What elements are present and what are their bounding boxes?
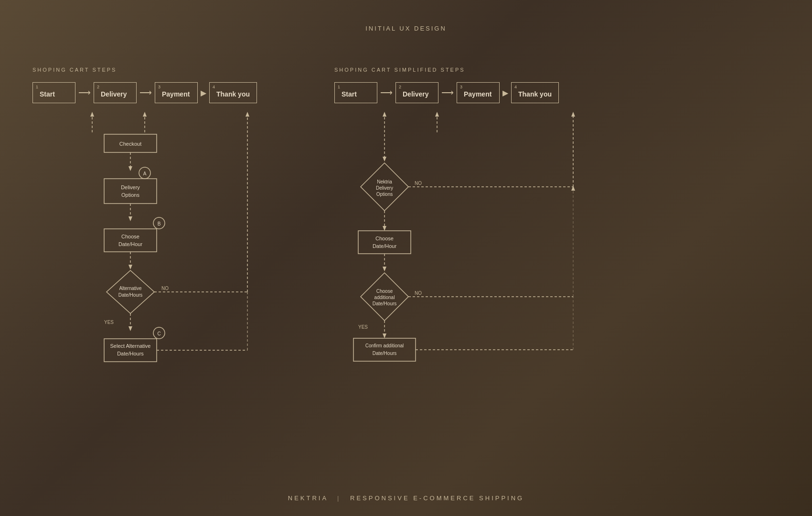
left-section-label: SHOPING CART STEPS	[32, 67, 310, 73]
svg-text:NO: NO	[415, 181, 422, 186]
svg-text:YES: YES	[358, 324, 368, 330]
svg-text:Date/Hours: Date/Hours	[373, 351, 397, 356]
svg-marker-1	[90, 112, 94, 117]
svg-rect-71	[353, 338, 416, 361]
right-flowchart: Nektria Delivery Options NO Choose Date/…	[334, 108, 659, 425]
left-flowchart: Checkout A Delivery Options B Choose Dat…	[32, 108, 310, 435]
svg-text:NO: NO	[415, 290, 422, 296]
svg-text:Options: Options	[376, 192, 393, 197]
svg-text:Nektria: Nektria	[377, 179, 392, 184]
footer-divider: |	[337, 494, 341, 502]
left-step-4: 4 Thank you	[209, 82, 257, 103]
svg-marker-21	[128, 265, 132, 269]
svg-marker-42	[435, 112, 439, 117]
svg-text:Date/Hour: Date/Hour	[118, 241, 142, 247]
svg-text:Choose: Choose	[121, 234, 139, 239]
svg-marker-54	[383, 226, 386, 231]
right-flowchart-svg: Nektria Delivery Options NO Choose Date/…	[334, 108, 659, 423]
svg-text:Checkout: Checkout	[119, 141, 141, 147]
footer: NEKTRIA | RESPONSIVE E-COMMERCE SHIPPING	[0, 494, 812, 502]
right-section: SHOPING CART SIMPLIFIED STEPS 1 Start ⟶ …	[334, 67, 659, 425]
svg-marker-52	[571, 112, 575, 117]
right-arrow-1-2: ⟶	[380, 87, 393, 98]
svg-text:Confirm additional: Confirm additional	[365, 343, 404, 348]
svg-text:Choose: Choose	[376, 289, 393, 294]
left-section: SHOPING CART STEPS 1 Start ⟶ 2 Delivery …	[32, 67, 310, 435]
left-step-3: 3 Payment	[155, 82, 198, 103]
svg-marker-3	[143, 112, 147, 117]
right-arrow-2-3: ⟶	[441, 87, 454, 98]
svg-text:Date/Hour: Date/Hour	[373, 243, 396, 249]
footer-brand: NEKTRIA	[288, 494, 328, 502]
svg-marker-22	[107, 270, 154, 313]
right-steps-row: 1 Start ⟶ 2 Delivery ⟶ 3 Payment ▶ 4 Tha…	[334, 82, 659, 103]
left-steps-row: 1 Start ⟶ 2 Delivery ⟶ 3 Payment ▶ 4 Tha…	[32, 82, 310, 103]
svg-text:Delivery: Delivery	[121, 184, 140, 190]
right-arrow-3-4: ▶	[502, 88, 508, 97]
right-step-2: 2 Delivery	[395, 82, 438, 103]
svg-text:Alternative: Alternative	[119, 286, 142, 291]
svg-marker-59	[383, 267, 386, 271]
svg-text:Choose: Choose	[375, 236, 394, 241]
svg-text:A: A	[143, 171, 147, 176]
svg-text:YES: YES	[104, 320, 114, 325]
left-step-2: 2 Delivery	[94, 82, 137, 103]
right-section-label: SHOPING CART SIMPLIFIED STEPS	[334, 67, 659, 73]
svg-rect-34	[104, 339, 157, 362]
right-step-1: 1 Start	[334, 82, 377, 103]
svg-text:Delivery: Delivery	[376, 185, 393, 191]
left-step-1: 1 Start	[32, 82, 75, 103]
svg-text:B: B	[158, 221, 161, 226]
svg-marker-44	[383, 157, 386, 161]
svg-text:C: C	[157, 331, 160, 336]
svg-marker-28	[246, 112, 249, 117]
svg-marker-70	[383, 333, 386, 338]
svg-text:NO: NO	[161, 286, 169, 291]
svg-rect-55	[358, 231, 411, 254]
svg-rect-10	[104, 179, 157, 204]
right-step-4: 4 Thank you	[511, 82, 559, 103]
footer-tagline: RESPONSIVE E-COMMERCE SHIPPING	[350, 494, 524, 502]
svg-marker-40	[383, 112, 386, 117]
svg-marker-7	[128, 166, 132, 171]
svg-rect-17	[104, 229, 157, 252]
svg-text:Date/Hours: Date/Hours	[117, 351, 144, 356]
page-title: INITIAL UX DESIGN	[0, 0, 812, 32]
svg-text:additional: additional	[374, 295, 395, 300]
svg-marker-31	[128, 326, 132, 331]
svg-text:Date/Hours: Date/Hours	[118, 292, 143, 298]
right-step-3: 3 Payment	[457, 82, 500, 103]
left-arrow-2-3: ⟶	[139, 87, 152, 98]
svg-marker-14	[128, 216, 132, 221]
left-flowchart-svg: Checkout A Delivery Options B Choose Dat…	[32, 108, 310, 433]
left-arrow-1-2: ⟶	[78, 87, 91, 98]
svg-text:Options: Options	[121, 192, 139, 198]
svg-text:Date/Hours: Date/Hours	[373, 301, 397, 306]
svg-text:Select Alternative: Select Alternative	[110, 343, 151, 349]
left-arrow-3-4: ▶	[201, 88, 206, 97]
